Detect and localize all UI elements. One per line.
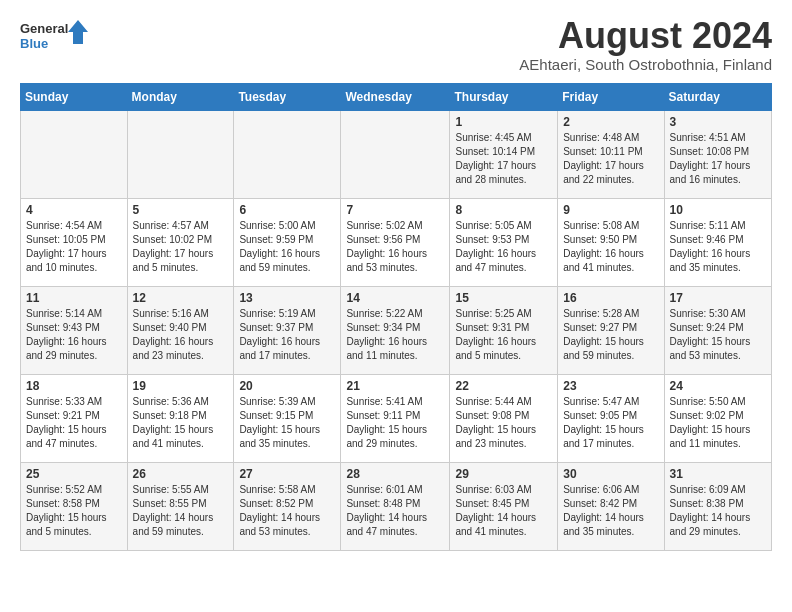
day-number: 31	[670, 467, 766, 481]
day-number: 30	[563, 467, 658, 481]
weekday-header: Tuesday	[234, 83, 341, 110]
day-number: 20	[239, 379, 335, 393]
day-info: Sunrise: 5:05 AM Sunset: 9:53 PM Dayligh…	[455, 219, 552, 275]
day-number: 8	[455, 203, 552, 217]
weekday-header: Monday	[127, 83, 234, 110]
calendar-cell: 14Sunrise: 5:22 AM Sunset: 9:34 PM Dayli…	[341, 286, 450, 374]
calendar-cell: 15Sunrise: 5:25 AM Sunset: 9:31 PM Dayli…	[450, 286, 558, 374]
day-info: Sunrise: 5:02 AM Sunset: 9:56 PM Dayligh…	[346, 219, 444, 275]
calendar-cell: 21Sunrise: 5:41 AM Sunset: 9:11 PM Dayli…	[341, 374, 450, 462]
calendar-cell: 3Sunrise: 4:51 AM Sunset: 10:08 PM Dayli…	[664, 110, 771, 198]
day-number: 22	[455, 379, 552, 393]
calendar-cell: 18Sunrise: 5:33 AM Sunset: 9:21 PM Dayli…	[21, 374, 128, 462]
calendar-cell: 4Sunrise: 4:54 AM Sunset: 10:05 PM Dayli…	[21, 198, 128, 286]
page-header: General Blue August 2024 AEhtaeri, South…	[20, 16, 772, 73]
calendar-cell: 30Sunrise: 6:06 AM Sunset: 8:42 PM Dayli…	[558, 462, 664, 550]
calendar-cell	[127, 110, 234, 198]
weekday-header: Friday	[558, 83, 664, 110]
calendar-cell: 28Sunrise: 6:01 AM Sunset: 8:48 PM Dayli…	[341, 462, 450, 550]
day-info: Sunrise: 5:33 AM Sunset: 9:21 PM Dayligh…	[26, 395, 122, 451]
svg-marker-2	[68, 20, 88, 44]
day-number: 23	[563, 379, 658, 393]
day-number: 28	[346, 467, 444, 481]
calendar-cell: 9Sunrise: 5:08 AM Sunset: 9:50 PM Daylig…	[558, 198, 664, 286]
day-number: 19	[133, 379, 229, 393]
calendar-cell: 5Sunrise: 4:57 AM Sunset: 10:02 PM Dayli…	[127, 198, 234, 286]
day-info: Sunrise: 5:28 AM Sunset: 9:27 PM Dayligh…	[563, 307, 658, 363]
weekday-header: Sunday	[21, 83, 128, 110]
calendar-cell: 19Sunrise: 5:36 AM Sunset: 9:18 PM Dayli…	[127, 374, 234, 462]
calendar-cell: 20Sunrise: 5:39 AM Sunset: 9:15 PM Dayli…	[234, 374, 341, 462]
calendar-cell: 8Sunrise: 5:05 AM Sunset: 9:53 PM Daylig…	[450, 198, 558, 286]
weekday-header: Thursday	[450, 83, 558, 110]
calendar-week-row: 4Sunrise: 4:54 AM Sunset: 10:05 PM Dayli…	[21, 198, 772, 286]
day-number: 13	[239, 291, 335, 305]
calendar-cell: 17Sunrise: 5:30 AM Sunset: 9:24 PM Dayli…	[664, 286, 771, 374]
day-number: 21	[346, 379, 444, 393]
calendar-cell: 13Sunrise: 5:19 AM Sunset: 9:37 PM Dayli…	[234, 286, 341, 374]
day-number: 24	[670, 379, 766, 393]
calendar-cell: 29Sunrise: 6:03 AM Sunset: 8:45 PM Dayli…	[450, 462, 558, 550]
calendar-cell: 22Sunrise: 5:44 AM Sunset: 9:08 PM Dayli…	[450, 374, 558, 462]
day-number: 29	[455, 467, 552, 481]
day-number: 11	[26, 291, 122, 305]
day-number: 7	[346, 203, 444, 217]
calendar-cell	[341, 110, 450, 198]
day-info: Sunrise: 5:36 AM Sunset: 9:18 PM Dayligh…	[133, 395, 229, 451]
calendar-cell: 25Sunrise: 5:52 AM Sunset: 8:58 PM Dayli…	[21, 462, 128, 550]
day-info: Sunrise: 5:50 AM Sunset: 9:02 PM Dayligh…	[670, 395, 766, 451]
day-info: Sunrise: 5:55 AM Sunset: 8:55 PM Dayligh…	[133, 483, 229, 539]
calendar-cell: 12Sunrise: 5:16 AM Sunset: 9:40 PM Dayli…	[127, 286, 234, 374]
calendar-cell: 26Sunrise: 5:55 AM Sunset: 8:55 PM Dayli…	[127, 462, 234, 550]
day-info: Sunrise: 5:19 AM Sunset: 9:37 PM Dayligh…	[239, 307, 335, 363]
location-subtitle: AEhtaeri, South Ostrobothnia, Finland	[519, 56, 772, 73]
calendar-week-row: 18Sunrise: 5:33 AM Sunset: 9:21 PM Dayli…	[21, 374, 772, 462]
day-info: Sunrise: 4:45 AM Sunset: 10:14 PM Daylig…	[455, 131, 552, 187]
day-number: 12	[133, 291, 229, 305]
day-info: Sunrise: 6:01 AM Sunset: 8:48 PM Dayligh…	[346, 483, 444, 539]
calendar-cell	[234, 110, 341, 198]
weekday-header-row: SundayMondayTuesdayWednesdayThursdayFrid…	[21, 83, 772, 110]
day-info: Sunrise: 5:08 AM Sunset: 9:50 PM Dayligh…	[563, 219, 658, 275]
day-info: Sunrise: 5:39 AM Sunset: 9:15 PM Dayligh…	[239, 395, 335, 451]
day-number: 27	[239, 467, 335, 481]
day-info: Sunrise: 5:11 AM Sunset: 9:46 PM Dayligh…	[670, 219, 766, 275]
calendar-week-row: 1Sunrise: 4:45 AM Sunset: 10:14 PM Dayli…	[21, 110, 772, 198]
day-number: 5	[133, 203, 229, 217]
logo-svg: General Blue	[20, 16, 90, 56]
day-number: 14	[346, 291, 444, 305]
logo: General Blue	[20, 16, 90, 56]
calendar-cell: 1Sunrise: 4:45 AM Sunset: 10:14 PM Dayli…	[450, 110, 558, 198]
day-number: 1	[455, 115, 552, 129]
month-year-title: August 2024	[519, 16, 772, 56]
day-number: 26	[133, 467, 229, 481]
day-info: Sunrise: 6:09 AM Sunset: 8:38 PM Dayligh…	[670, 483, 766, 539]
day-number: 15	[455, 291, 552, 305]
day-info: Sunrise: 5:22 AM Sunset: 9:34 PM Dayligh…	[346, 307, 444, 363]
title-block: August 2024 AEhtaeri, South Ostrobothnia…	[519, 16, 772, 73]
day-info: Sunrise: 5:25 AM Sunset: 9:31 PM Dayligh…	[455, 307, 552, 363]
day-info: Sunrise: 5:00 AM Sunset: 9:59 PM Dayligh…	[239, 219, 335, 275]
calendar-cell: 24Sunrise: 5:50 AM Sunset: 9:02 PM Dayli…	[664, 374, 771, 462]
day-info: Sunrise: 5:30 AM Sunset: 9:24 PM Dayligh…	[670, 307, 766, 363]
day-number: 6	[239, 203, 335, 217]
calendar-week-row: 11Sunrise: 5:14 AM Sunset: 9:43 PM Dayli…	[21, 286, 772, 374]
day-info: Sunrise: 5:16 AM Sunset: 9:40 PM Dayligh…	[133, 307, 229, 363]
weekday-header: Saturday	[664, 83, 771, 110]
day-info: Sunrise: 4:51 AM Sunset: 10:08 PM Daylig…	[670, 131, 766, 187]
svg-text:Blue: Blue	[20, 36, 48, 51]
day-info: Sunrise: 5:41 AM Sunset: 9:11 PM Dayligh…	[346, 395, 444, 451]
day-number: 3	[670, 115, 766, 129]
day-info: Sunrise: 4:48 AM Sunset: 10:11 PM Daylig…	[563, 131, 658, 187]
calendar-cell: 27Sunrise: 5:58 AM Sunset: 8:52 PM Dayli…	[234, 462, 341, 550]
calendar-cell	[21, 110, 128, 198]
calendar-cell: 7Sunrise: 5:02 AM Sunset: 9:56 PM Daylig…	[341, 198, 450, 286]
calendar-cell: 6Sunrise: 5:00 AM Sunset: 9:59 PM Daylig…	[234, 198, 341, 286]
calendar-week-row: 25Sunrise: 5:52 AM Sunset: 8:58 PM Dayli…	[21, 462, 772, 550]
calendar-cell: 2Sunrise: 4:48 AM Sunset: 10:11 PM Dayli…	[558, 110, 664, 198]
day-number: 25	[26, 467, 122, 481]
calendar-cell: 11Sunrise: 5:14 AM Sunset: 9:43 PM Dayli…	[21, 286, 128, 374]
day-info: Sunrise: 5:58 AM Sunset: 8:52 PM Dayligh…	[239, 483, 335, 539]
svg-text:General: General	[20, 21, 68, 36]
day-number: 10	[670, 203, 766, 217]
